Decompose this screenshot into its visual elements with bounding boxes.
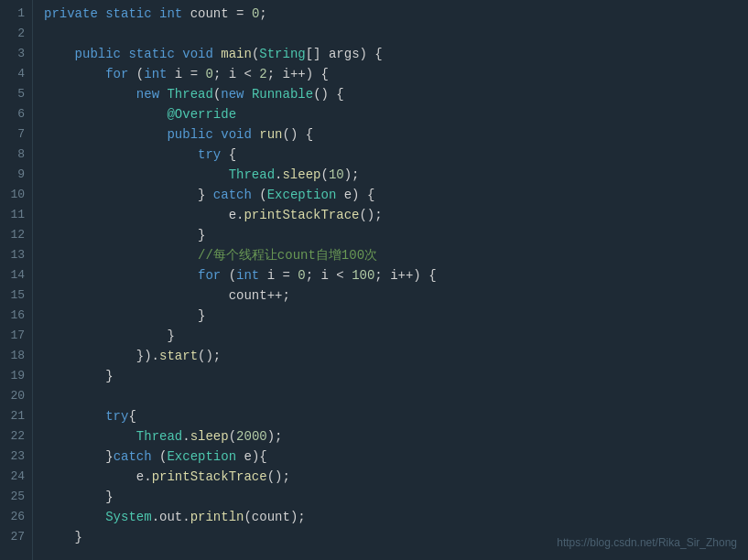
- line-number: 5: [7, 84, 25, 104]
- code-content: private static int count = 0; public sta…: [33, 0, 748, 560]
- code-line: count++;: [44, 285, 748, 306]
- line-number: 25: [7, 487, 25, 507]
- line-number: 13: [7, 245, 25, 265]
- line-number: 19: [7, 366, 25, 386]
- code-line: System.out.println(count);: [44, 507, 748, 527]
- code-line: }: [44, 306, 748, 326]
- code-line: try{: [44, 406, 748, 426]
- code-line: //每个线程让count自增100次: [44, 245, 748, 265]
- code-line: }: [44, 326, 748, 346]
- code-line: }: [44, 225, 748, 245]
- line-number: 21: [7, 406, 25, 426]
- line-number: 6: [7, 104, 25, 124]
- line-number: 3: [7, 44, 25, 64]
- code-line: }: [44, 487, 748, 507]
- code-line: private static int count = 0;: [44, 4, 748, 24]
- line-number: 2: [7, 24, 25, 44]
- code-editor: 1234567891011121314151617181920212223242…: [0, 0, 748, 560]
- line-number: 14: [7, 265, 25, 285]
- code-line: for (int i = 0; i < 2; i++) {: [44, 64, 748, 84]
- line-number: 15: [7, 285, 25, 306]
- line-number: 20: [7, 386, 25, 406]
- code-line: } catch (Exception e) {: [44, 185, 748, 205]
- code-line: @Override: [44, 104, 748, 124]
- code-line: try {: [44, 145, 748, 165]
- line-number: 4: [7, 64, 25, 84]
- line-number: 9: [7, 165, 25, 185]
- line-number: 24: [7, 467, 25, 487]
- code-line: for (int i = 0; i < 100; i++) {: [44, 265, 748, 285]
- code-line: Thread.sleep(10);: [44, 165, 748, 185]
- line-number: 17: [7, 326, 25, 346]
- code-line: [44, 24, 748, 44]
- code-line: }).start();: [44, 346, 748, 366]
- line-number: 18: [7, 346, 25, 366]
- line-number: 7: [7, 124, 25, 145]
- line-number: 22: [7, 426, 25, 447]
- code-line: }catch (Exception e){: [44, 447, 748, 467]
- watermark: https://blog.csdn.net/Rika_Sir_Zhong: [557, 533, 737, 553]
- code-line: e.printStackTrace();: [44, 205, 748, 225]
- line-number: 26: [7, 507, 25, 527]
- code-line: public void run() {: [44, 124, 748, 145]
- line-number: 10: [7, 185, 25, 205]
- code-line: public static void main(String[] args) {: [44, 44, 748, 64]
- code-line: Thread.sleep(2000);: [44, 426, 748, 447]
- line-number: 11: [7, 205, 25, 225]
- code-line: [44, 386, 748, 406]
- code-line: new Thread(new Runnable() {: [44, 84, 748, 104]
- line-number: 16: [7, 306, 25, 326]
- line-numbers: 1234567891011121314151617181920212223242…: [0, 0, 33, 560]
- code-line: }: [44, 366, 748, 386]
- line-number: 8: [7, 145, 25, 165]
- line-number: 1: [7, 4, 25, 24]
- line-number: 23: [7, 447, 25, 467]
- line-number: 27: [7, 527, 25, 547]
- code-line: e.printStackTrace();: [44, 467, 748, 487]
- line-number: 12: [7, 225, 25, 245]
